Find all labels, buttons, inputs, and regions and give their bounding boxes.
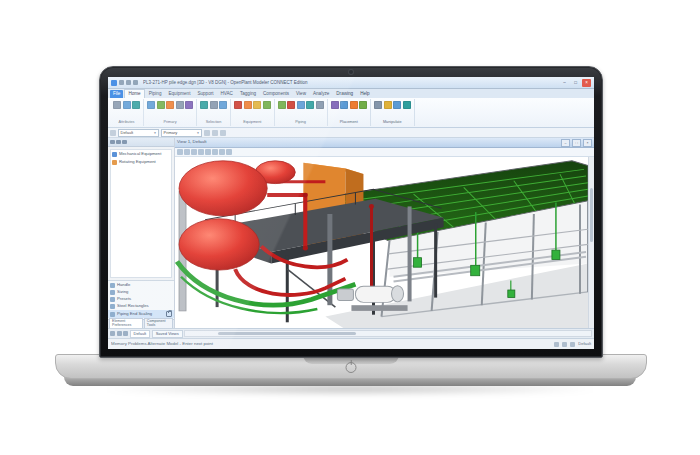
redo-icon[interactable] bbox=[133, 80, 138, 85]
steel-column[interactable] bbox=[408, 206, 412, 301]
ribbon-icon[interactable] bbox=[123, 101, 131, 109]
list-item[interactable]: Sizing bbox=[108, 289, 174, 296]
view-tab-saved-views[interactable]: Saved Views bbox=[152, 330, 183, 338]
scrollbar-thumb[interactable] bbox=[218, 332, 356, 335]
ribbon-icon[interactable] bbox=[234, 101, 242, 109]
ribbon-icon[interactable] bbox=[350, 101, 358, 109]
snap-icon[interactable] bbox=[554, 342, 559, 347]
ribbon-icon[interactable] bbox=[403, 101, 411, 109]
fit-view-icon[interactable] bbox=[205, 149, 211, 155]
locks-icon[interactable] bbox=[562, 342, 567, 347]
tab-tagging[interactable]: Tagging bbox=[237, 90, 259, 98]
ribbon-icon[interactable] bbox=[147, 101, 155, 109]
filter-icon[interactable] bbox=[122, 140, 127, 145]
ribbon-icon[interactable] bbox=[244, 101, 252, 109]
tab-analyze[interactable]: Analyze bbox=[310, 90, 332, 98]
app-icon bbox=[111, 80, 117, 86]
ribbon-icon[interactable] bbox=[200, 101, 208, 109]
ribbon-icon[interactable] bbox=[374, 101, 382, 109]
ribbon-group-label: Manipulate bbox=[374, 121, 411, 125]
pump[interactable] bbox=[337, 286, 407, 311]
view-maximize-button[interactable]: □ bbox=[572, 139, 581, 147]
style-combo[interactable]: Primary ▼ bbox=[161, 129, 202, 137]
ribbon-icon[interactable] bbox=[306, 101, 314, 109]
refresh-icon[interactable] bbox=[116, 140, 121, 145]
prev-view-icon[interactable] bbox=[117, 331, 122, 336]
ribbon-icon[interactable] bbox=[331, 101, 339, 109]
save-icon[interactable] bbox=[119, 80, 124, 85]
tab-help[interactable]: Help bbox=[357, 90, 372, 98]
horizontal-scrollbar[interactable] bbox=[184, 330, 592, 337]
ribbon-group-piping: Piping bbox=[275, 99, 328, 126]
list-item[interactable]: Presets bbox=[108, 296, 174, 303]
tab-support[interactable]: Support bbox=[194, 90, 216, 98]
view-minimize-button[interactable]: – bbox=[561, 139, 570, 147]
ribbon-icon[interactable] bbox=[359, 101, 367, 109]
tab-equipment[interactable]: Equipment bbox=[165, 90, 193, 98]
level-combo[interactable]: Default ▼ bbox=[118, 129, 159, 137]
ribbon-icon[interactable] bbox=[316, 101, 324, 109]
tab-view[interactable]: View bbox=[293, 90, 309, 98]
list-item-selected[interactable]: Piping End Scaling bbox=[108, 310, 174, 318]
maximize-button[interactable]: □ bbox=[571, 79, 580, 87]
linestyle-icon[interactable] bbox=[212, 130, 218, 136]
lineweight-icon[interactable] bbox=[220, 130, 226, 136]
list-item[interactable]: Steel Rectangles bbox=[108, 303, 174, 310]
view-titlebar[interactable]: View 1, Default – □ × bbox=[175, 138, 594, 148]
view-previous-icon[interactable] bbox=[219, 149, 225, 155]
presets-icon bbox=[110, 297, 115, 302]
pan-view-icon[interactable] bbox=[212, 149, 218, 155]
3d-viewport-scene[interactable] bbox=[175, 157, 588, 328]
level-combo-value: Default bbox=[121, 130, 134, 135]
ribbon-icon[interactable] bbox=[176, 101, 184, 109]
tab-hvac[interactable]: HVAC bbox=[218, 90, 236, 98]
zoom-in-icon[interactable] bbox=[191, 149, 197, 155]
ribbon-icon[interactable] bbox=[278, 101, 286, 109]
ribbon-icon[interactable] bbox=[185, 101, 193, 109]
ribbon-icon[interactable] bbox=[210, 101, 218, 109]
view-next-icon[interactable] bbox=[226, 149, 232, 155]
status-bar: Memory Problems Alternate Model - Enter … bbox=[108, 338, 594, 349]
vertical-scrollbar[interactable] bbox=[588, 157, 594, 328]
ribbon-icon[interactable] bbox=[166, 101, 174, 109]
ribbon-icon[interactable] bbox=[113, 101, 121, 109]
tab-home[interactable]: Home bbox=[124, 89, 144, 98]
tab-drawing[interactable]: Drawing bbox=[333, 90, 356, 98]
zoom-out-icon[interactable] bbox=[198, 149, 204, 155]
ribbon-icon[interactable] bbox=[132, 101, 140, 109]
window-title: PL3-271-HP pile edge.dgn [3D - V8 DGN] -… bbox=[143, 80, 558, 85]
view-tab-default[interactable]: Default bbox=[130, 330, 151, 338]
list-item[interactable]: Handle bbox=[108, 282, 174, 289]
ribbon-icon[interactable] bbox=[157, 101, 165, 109]
attributes-toolbar: Default ▼ Primary ▼ bbox=[108, 128, 594, 138]
tab-file[interactable]: File bbox=[110, 90, 123, 98]
view-tab-strip: Default Saved Views bbox=[108, 328, 594, 338]
ribbon-icon[interactable] bbox=[297, 101, 305, 109]
ribbon-icon[interactable] bbox=[287, 101, 295, 109]
active-depth-icon[interactable] bbox=[570, 342, 575, 347]
view-display-icon[interactable] bbox=[177, 149, 183, 155]
rotate-view-icon[interactable] bbox=[184, 149, 190, 155]
tree-item[interactable]: Rotating Equipment bbox=[112, 160, 170, 165]
ribbon-icon[interactable] bbox=[393, 101, 401, 109]
power-icon[interactable] bbox=[346, 362, 357, 373]
ribbon-group-selection: Selection bbox=[197, 99, 231, 126]
scrollbar-thumb[interactable] bbox=[590, 188, 594, 243]
tab-piping[interactable]: Piping bbox=[146, 90, 165, 98]
undo-icon[interactable] bbox=[126, 80, 131, 85]
ribbon-icon[interactable] bbox=[340, 101, 348, 109]
minimize-button[interactable]: – bbox=[560, 79, 569, 87]
next-view-icon[interactable] bbox=[123, 331, 128, 336]
view-close-button[interactable]: × bbox=[583, 139, 592, 147]
ribbon-icon[interactable] bbox=[263, 101, 271, 109]
level-icon[interactable] bbox=[110, 130, 116, 136]
ribbon-icon[interactable] bbox=[384, 101, 392, 109]
first-view-icon[interactable] bbox=[110, 331, 115, 336]
color-icon[interactable] bbox=[204, 130, 210, 136]
tree-item[interactable]: Mechanical Equipment bbox=[112, 152, 170, 157]
tab-components[interactable]: Components bbox=[260, 90, 292, 98]
pin-icon[interactable] bbox=[110, 140, 115, 145]
ribbon-icon[interactable] bbox=[253, 101, 261, 109]
ribbon-icon[interactable] bbox=[219, 101, 227, 109]
close-button[interactable]: × bbox=[582, 79, 591, 87]
